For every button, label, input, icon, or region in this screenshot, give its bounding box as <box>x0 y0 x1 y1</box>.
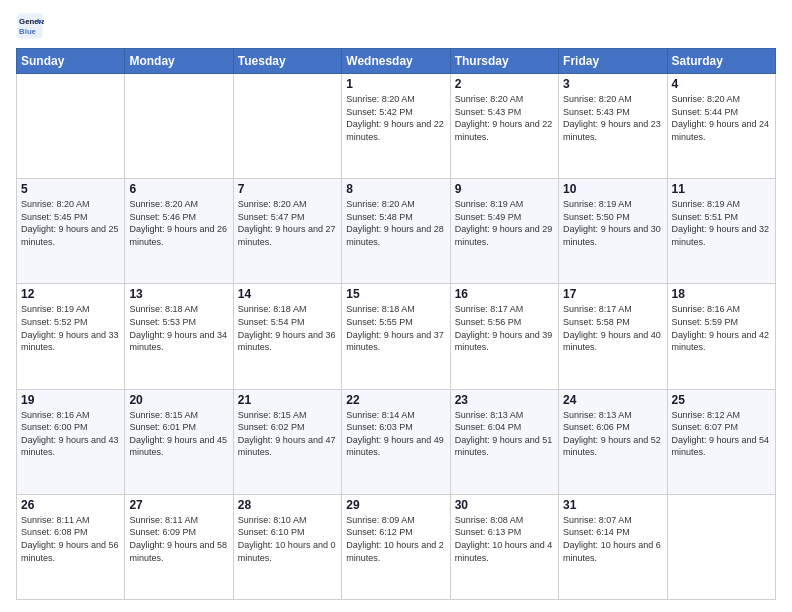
day-info: Sunrise: 8:20 AM Sunset: 5:43 PM Dayligh… <box>563 93 662 143</box>
day-number: 13 <box>129 287 228 301</box>
calendar-week-1: 5Sunrise: 8:20 AM Sunset: 5:45 PM Daylig… <box>17 179 776 284</box>
day-info: Sunrise: 8:11 AM Sunset: 6:09 PM Dayligh… <box>129 514 228 564</box>
page: General Blue SundayMondayTuesdayWednesda… <box>0 0 792 612</box>
day-number: 9 <box>455 182 554 196</box>
day-number: 16 <box>455 287 554 301</box>
calendar-cell: 28Sunrise: 8:10 AM Sunset: 6:10 PM Dayli… <box>233 494 341 599</box>
day-number: 8 <box>346 182 445 196</box>
day-number: 22 <box>346 393 445 407</box>
day-info: Sunrise: 8:15 AM Sunset: 6:02 PM Dayligh… <box>238 409 337 459</box>
calendar-cell <box>125 74 233 179</box>
weekday-header-friday: Friday <box>559 49 667 74</box>
calendar-cell: 20Sunrise: 8:15 AM Sunset: 6:01 PM Dayli… <box>125 389 233 494</box>
day-number: 27 <box>129 498 228 512</box>
calendar-cell: 15Sunrise: 8:18 AM Sunset: 5:55 PM Dayli… <box>342 284 450 389</box>
logo: General Blue <box>16 12 48 40</box>
day-info: Sunrise: 8:08 AM Sunset: 6:13 PM Dayligh… <box>455 514 554 564</box>
calendar-cell: 16Sunrise: 8:17 AM Sunset: 5:56 PM Dayli… <box>450 284 558 389</box>
calendar-cell: 3Sunrise: 8:20 AM Sunset: 5:43 PM Daylig… <box>559 74 667 179</box>
calendar-cell: 8Sunrise: 8:20 AM Sunset: 5:48 PM Daylig… <box>342 179 450 284</box>
day-info: Sunrise: 8:19 AM Sunset: 5:52 PM Dayligh… <box>21 303 120 353</box>
day-info: Sunrise: 8:15 AM Sunset: 6:01 PM Dayligh… <box>129 409 228 459</box>
calendar-cell: 18Sunrise: 8:16 AM Sunset: 5:59 PM Dayli… <box>667 284 775 389</box>
calendar-cell: 17Sunrise: 8:17 AM Sunset: 5:58 PM Dayli… <box>559 284 667 389</box>
day-info: Sunrise: 8:19 AM Sunset: 5:49 PM Dayligh… <box>455 198 554 248</box>
day-info: Sunrise: 8:19 AM Sunset: 5:51 PM Dayligh… <box>672 198 771 248</box>
day-number: 17 <box>563 287 662 301</box>
weekday-header-monday: Monday <box>125 49 233 74</box>
day-info: Sunrise: 8:18 AM Sunset: 5:53 PM Dayligh… <box>129 303 228 353</box>
calendar-week-4: 26Sunrise: 8:11 AM Sunset: 6:08 PM Dayli… <box>17 494 776 599</box>
day-number: 14 <box>238 287 337 301</box>
calendar-cell: 4Sunrise: 8:20 AM Sunset: 5:44 PM Daylig… <box>667 74 775 179</box>
day-number: 1 <box>346 77 445 91</box>
weekday-header-saturday: Saturday <box>667 49 775 74</box>
day-number: 24 <box>563 393 662 407</box>
calendar-cell <box>233 74 341 179</box>
weekday-header-sunday: Sunday <box>17 49 125 74</box>
calendar-week-3: 19Sunrise: 8:16 AM Sunset: 6:00 PM Dayli… <box>17 389 776 494</box>
calendar-cell: 24Sunrise: 8:13 AM Sunset: 6:06 PM Dayli… <box>559 389 667 494</box>
calendar-cell: 30Sunrise: 8:08 AM Sunset: 6:13 PM Dayli… <box>450 494 558 599</box>
weekday-header-wednesday: Wednesday <box>342 49 450 74</box>
logo-icon: General Blue <box>16 12 44 40</box>
calendar-cell <box>17 74 125 179</box>
calendar-cell: 13Sunrise: 8:18 AM Sunset: 5:53 PM Dayli… <box>125 284 233 389</box>
calendar-cell: 10Sunrise: 8:19 AM Sunset: 5:50 PM Dayli… <box>559 179 667 284</box>
svg-text:Blue: Blue <box>19 27 37 36</box>
weekday-header-tuesday: Tuesday <box>233 49 341 74</box>
calendar-cell: 12Sunrise: 8:19 AM Sunset: 5:52 PM Dayli… <box>17 284 125 389</box>
day-number: 29 <box>346 498 445 512</box>
day-number: 3 <box>563 77 662 91</box>
day-info: Sunrise: 8:20 AM Sunset: 5:48 PM Dayligh… <box>346 198 445 248</box>
weekday-header-row: SundayMondayTuesdayWednesdayThursdayFrid… <box>17 49 776 74</box>
day-number: 30 <box>455 498 554 512</box>
header: General Blue <box>16 12 776 40</box>
day-number: 31 <box>563 498 662 512</box>
calendar-cell: 2Sunrise: 8:20 AM Sunset: 5:43 PM Daylig… <box>450 74 558 179</box>
day-info: Sunrise: 8:18 AM Sunset: 5:54 PM Dayligh… <box>238 303 337 353</box>
calendar-cell: 9Sunrise: 8:19 AM Sunset: 5:49 PM Daylig… <box>450 179 558 284</box>
day-number: 10 <box>563 182 662 196</box>
day-number: 6 <box>129 182 228 196</box>
calendar-cell: 1Sunrise: 8:20 AM Sunset: 5:42 PM Daylig… <box>342 74 450 179</box>
day-number: 12 <box>21 287 120 301</box>
calendar-cell: 25Sunrise: 8:12 AM Sunset: 6:07 PM Dayli… <box>667 389 775 494</box>
day-info: Sunrise: 8:12 AM Sunset: 6:07 PM Dayligh… <box>672 409 771 459</box>
day-info: Sunrise: 8:16 AM Sunset: 5:59 PM Dayligh… <box>672 303 771 353</box>
day-number: 26 <box>21 498 120 512</box>
calendar-cell <box>667 494 775 599</box>
day-info: Sunrise: 8:20 AM Sunset: 5:47 PM Dayligh… <box>238 198 337 248</box>
day-info: Sunrise: 8:20 AM Sunset: 5:45 PM Dayligh… <box>21 198 120 248</box>
day-info: Sunrise: 8:13 AM Sunset: 6:04 PM Dayligh… <box>455 409 554 459</box>
day-number: 5 <box>21 182 120 196</box>
day-number: 7 <box>238 182 337 196</box>
calendar-cell: 21Sunrise: 8:15 AM Sunset: 6:02 PM Dayli… <box>233 389 341 494</box>
calendar-cell: 5Sunrise: 8:20 AM Sunset: 5:45 PM Daylig… <box>17 179 125 284</box>
day-info: Sunrise: 8:19 AM Sunset: 5:50 PM Dayligh… <box>563 198 662 248</box>
day-number: 20 <box>129 393 228 407</box>
day-info: Sunrise: 8:13 AM Sunset: 6:06 PM Dayligh… <box>563 409 662 459</box>
calendar-cell: 19Sunrise: 8:16 AM Sunset: 6:00 PM Dayli… <box>17 389 125 494</box>
day-info: Sunrise: 8:20 AM Sunset: 5:44 PM Dayligh… <box>672 93 771 143</box>
calendar-cell: 26Sunrise: 8:11 AM Sunset: 6:08 PM Dayli… <box>17 494 125 599</box>
day-info: Sunrise: 8:16 AM Sunset: 6:00 PM Dayligh… <box>21 409 120 459</box>
day-info: Sunrise: 8:20 AM Sunset: 5:46 PM Dayligh… <box>129 198 228 248</box>
calendar-table: SundayMondayTuesdayWednesdayThursdayFrid… <box>16 48 776 600</box>
calendar-cell: 11Sunrise: 8:19 AM Sunset: 5:51 PM Dayli… <box>667 179 775 284</box>
day-number: 19 <box>21 393 120 407</box>
calendar-week-2: 12Sunrise: 8:19 AM Sunset: 5:52 PM Dayli… <box>17 284 776 389</box>
calendar-cell: 27Sunrise: 8:11 AM Sunset: 6:09 PM Dayli… <box>125 494 233 599</box>
day-number: 21 <box>238 393 337 407</box>
day-info: Sunrise: 8:11 AM Sunset: 6:08 PM Dayligh… <box>21 514 120 564</box>
calendar-cell: 6Sunrise: 8:20 AM Sunset: 5:46 PM Daylig… <box>125 179 233 284</box>
calendar-cell: 7Sunrise: 8:20 AM Sunset: 5:47 PM Daylig… <box>233 179 341 284</box>
day-info: Sunrise: 8:14 AM Sunset: 6:03 PM Dayligh… <box>346 409 445 459</box>
weekday-header-thursday: Thursday <box>450 49 558 74</box>
day-info: Sunrise: 8:10 AM Sunset: 6:10 PM Dayligh… <box>238 514 337 564</box>
day-info: Sunrise: 8:20 AM Sunset: 5:42 PM Dayligh… <box>346 93 445 143</box>
day-info: Sunrise: 8:17 AM Sunset: 5:56 PM Dayligh… <box>455 303 554 353</box>
calendar-cell: 31Sunrise: 8:07 AM Sunset: 6:14 PM Dayli… <box>559 494 667 599</box>
calendar-cell: 14Sunrise: 8:18 AM Sunset: 5:54 PM Dayli… <box>233 284 341 389</box>
day-info: Sunrise: 8:07 AM Sunset: 6:14 PM Dayligh… <box>563 514 662 564</box>
